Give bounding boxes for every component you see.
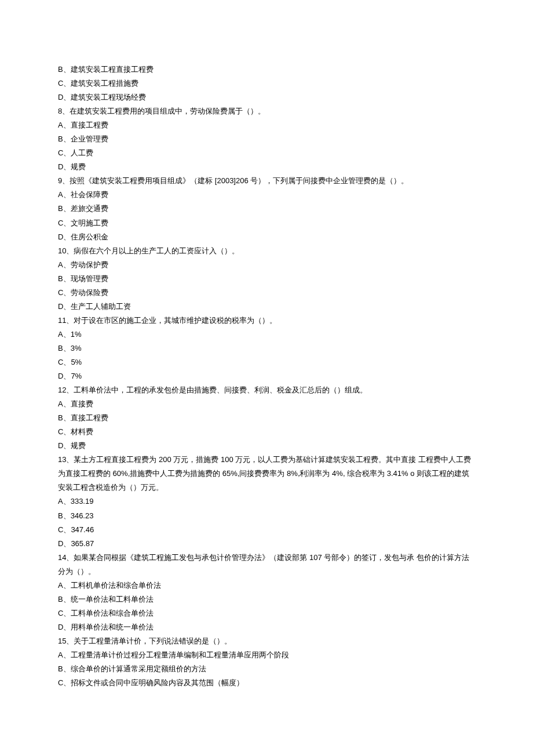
text-line: A、直接工程费 — [58, 118, 475, 132]
text-line: 11、对于设在市区的施工企业，其城市维护建设税的税率为（）。 — [58, 314, 475, 328]
text-line: B、建筑安装工程直接工程费 — [58, 63, 475, 77]
text-line: D、规费 — [58, 160, 475, 174]
text-line: A、直接费 — [58, 397, 475, 411]
text-line: D、7% — [58, 369, 475, 383]
text-line: D、规费 — [58, 439, 475, 453]
text-line: 8、在建筑安装工程费用的项目组成中，劳动保险费属于（）。 — [58, 104, 475, 118]
text-line: C、招标文件或合同中应明确风险内容及其范围（幅度） — [58, 676, 475, 690]
text-line: C、建筑安装工程措施费 — [58, 77, 475, 90]
text-line: B、346.23 — [58, 509, 475, 523]
text-line: B、综合单价的计算通常采用定额组价的方法 — [58, 662, 475, 676]
text-line: D、用料单价法和统一单价法 — [58, 620, 475, 634]
text-line: C、材料费 — [58, 425, 475, 439]
text-line: C、工料单价法和综合单价法 — [58, 606, 475, 620]
text-line: A、333.19 — [58, 495, 475, 508]
text-line: A、工程量清单计价过程分工程量清单编制和工程量清单应用两个阶段 — [58, 648, 475, 662]
text-line: D、生产工人辅助工资 — [58, 300, 475, 314]
text-line: A、工料机单价法和综合单价法 — [58, 579, 475, 593]
text-line: 15、关于工程量清单计价，下列说法错误的是（）。 — [58, 634, 475, 648]
text-line: 13、某土方工程直接工程费为 200 万元，措施费 100 万元，以人工费为基础… — [58, 453, 475, 495]
text-line: B、直接工程费 — [58, 411, 475, 425]
text-line: B、差旅交通费 — [58, 202, 475, 216]
text-line: 9、按照《建筑安装工程费用项目组成》（建标 [2003]206 号），下列属于间… — [58, 174, 475, 188]
text-line: A、社会保障费 — [58, 188, 475, 202]
text-line: A、1% — [58, 328, 475, 341]
text-line: D、住房公积金 — [58, 230, 475, 244]
document-body: B、建筑安装工程直接工程费C、建筑安装工程措施费D、建筑安装工程现场经费8、在建… — [58, 63, 475, 690]
text-line: B、3% — [58, 341, 475, 355]
text-line: C、文明施工费 — [58, 216, 475, 230]
text-line: B、企业管理费 — [58, 132, 475, 146]
text-line: C、人工费 — [58, 146, 475, 160]
text-line: D、365.87 — [58, 537, 475, 551]
text-line: 12、工料单价法中，工程的承发包价是由措施费、间接费、利润、税金及汇总后的（）组… — [58, 383, 475, 397]
text-line: 10、病假在六个月以上的生产工人的工资应计入（）。 — [58, 244, 475, 258]
text-line: A、劳动保护费 — [58, 258, 475, 272]
text-line: 14、如果某合同根据《建筑工程施工发包与承包计价管理办法》（建设部第 107 号… — [58, 551, 475, 579]
text-line: B、统一单价法和工料单价法 — [58, 593, 475, 606]
text-line: C、347.46 — [58, 523, 475, 537]
text-line: B、现场管理费 — [58, 272, 475, 286]
text-line: C、劳动保险费 — [58, 286, 475, 300]
text-line: C、5% — [58, 355, 475, 369]
text-line: D、建筑安装工程现场经费 — [58, 90, 475, 104]
